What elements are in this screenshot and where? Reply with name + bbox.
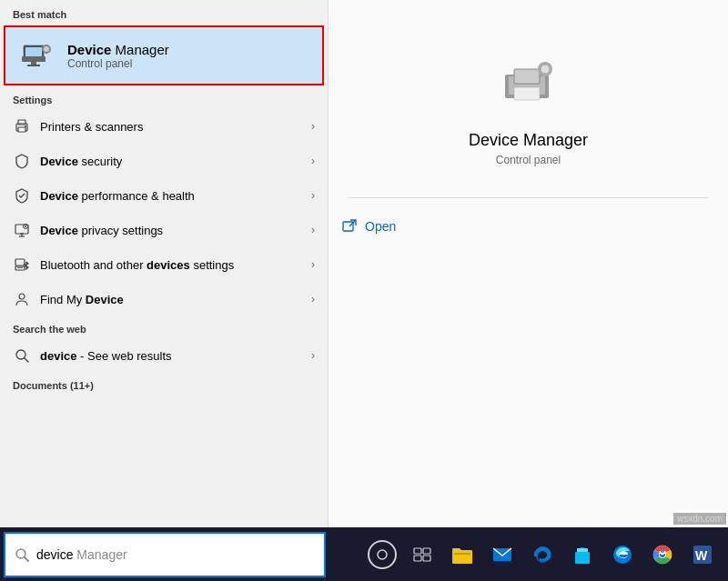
bluetooth-icon — [13, 255, 31, 274]
taskbar: device Manager — [0, 527, 728, 581]
svg-rect-8 — [46, 52, 47, 54]
svg-rect-15 — [15, 225, 28, 234]
detail-subtitle: Control panel — [496, 154, 561, 166]
best-match-title: Device Manager — [67, 42, 169, 57]
menu-item-bluetooth-text: Bluetooth and other devices settings — [40, 258, 311, 272]
svg-point-26 — [19, 294, 25, 299]
svg-rect-47 — [423, 556, 430, 561]
menu-item-find-device-text: Find My Device — [40, 293, 311, 306]
documents-label: Documents (11+) — [0, 373, 328, 395]
svg-rect-9 — [42, 48, 44, 50]
svg-line-42 — [25, 557, 28, 561]
svg-rect-10 — [49, 48, 51, 50]
svg-point-6 — [44, 46, 49, 52]
svg-rect-13 — [18, 127, 25, 132]
svg-rect-31 — [514, 69, 540, 84]
open-button[interactable]: Open — [329, 213, 728, 240]
shield-security-icon — [13, 152, 31, 170]
svg-rect-49 — [454, 553, 470, 555]
search-results-panel: Best match — [0, 0, 328, 527]
search-bar[interactable]: device Manager — [4, 532, 326, 577]
chevron-right-icon-5: › — [311, 258, 315, 271]
svg-rect-4 — [27, 65, 40, 66]
chevron-right-icon-4: › — [311, 224, 315, 236]
cortana-button[interactable] — [364, 536, 400, 573]
monitor-privacy-icon — [13, 221, 31, 239]
svg-point-20 — [25, 225, 26, 227]
printer-icon — [13, 117, 31, 135]
chevron-right-icon-6: › — [311, 293, 315, 306]
menu-item-printers[interactable]: Printers & scanners › — [0, 109, 328, 144]
detail-divider — [349, 197, 708, 198]
person-icon — [13, 290, 31, 308]
best-match-title-bold: Device — [67, 42, 111, 57]
svg-rect-45 — [423, 548, 430, 554]
svg-point-14 — [25, 125, 26, 127]
svg-rect-35 — [544, 63, 546, 65]
svg-rect-7 — [46, 45, 47, 46]
menu-item-find-my-device[interactable]: Find My Device › — [0, 282, 328, 316]
chrome-button[interactable] — [644, 536, 681, 573]
svg-rect-38 — [549, 68, 551, 70]
search-bar-icon — [15, 547, 29, 562]
menu-item-device-security[interactable]: Device security › — [0, 144, 328, 178]
best-match-item[interactable]: Device Manager Control panel — [4, 25, 324, 85]
svg-point-34 — [541, 65, 549, 74]
chevron-right-icon: › — [311, 120, 315, 133]
cortana-circle — [368, 540, 397, 569]
svg-rect-44 — [414, 548, 421, 554]
best-match-text: Device Manager Control panel — [67, 42, 169, 70]
svg-rect-2 — [22, 56, 46, 62]
menu-item-bluetooth[interactable]: Bluetooth and other devices settings › — [0, 247, 328, 282]
search-typed-text: device Manager — [36, 547, 127, 562]
svg-rect-22 — [15, 266, 25, 270]
menu-item-device-privacy[interactable]: Device privacy settings › — [0, 213, 328, 247]
menu-item-web-search[interactable]: device - See web results › — [0, 338, 328, 373]
store-button[interactable] — [564, 536, 601, 573]
chevron-right-icon-3: › — [311, 189, 315, 202]
open-label: Open — [365, 219, 396, 234]
svg-rect-37 — [539, 68, 541, 70]
svg-line-28 — [25, 358, 28, 362]
svg-point-60 — [661, 549, 664, 553]
best-match-label: Best match — [0, 0, 328, 24]
menu-item-device-security-text: Device security — [40, 155, 311, 168]
best-match-title-rest: Manager — [111, 42, 168, 57]
svg-rect-36 — [544, 73, 546, 75]
taskbar-icons-group: W — [337, 527, 728, 581]
svg-rect-48 — [452, 550, 472, 564]
task-view-button[interactable] — [404, 536, 440, 573]
file-explorer-button[interactable] — [444, 536, 480, 573]
detail-panel: Device Manager Control panel Open — [328, 0, 728, 527]
device-manager-icon — [18, 36, 56, 75]
svg-text:W: W — [695, 548, 708, 563]
edge-chromium-button[interactable] — [604, 536, 641, 573]
svg-rect-52 — [577, 548, 588, 552]
chevron-right-icon-2: › — [311, 155, 315, 167]
menu-item-printers-text: Printers & scanners — [40, 120, 311, 134]
best-match-subtitle: Control panel — [67, 57, 169, 70]
svg-rect-51 — [575, 552, 590, 564]
detail-device-manager-icon — [492, 45, 565, 118]
svg-rect-39 — [343, 222, 353, 231]
svg-rect-46 — [414, 556, 421, 561]
search-placeholder: Manager — [73, 547, 126, 562]
svg-rect-21 — [15, 259, 25, 265]
search-input-value: device — [36, 547, 73, 562]
detail-title: Device Manager — [469, 131, 588, 150]
svg-point-43 — [378, 550, 387, 559]
search-web-icon — [13, 346, 31, 365]
mail-button[interactable] — [484, 536, 521, 573]
menu-item-device-privacy-text: Device privacy settings — [40, 224, 311, 237]
svg-rect-32 — [514, 87, 540, 100]
watermark: wsxdn.com — [673, 513, 726, 525]
web-search-label: Search the web — [0, 316, 328, 338]
word-button[interactable]: W — [684, 536, 721, 573]
edge-legacy-button[interactable] — [524, 536, 561, 573]
menu-item-device-health[interactable]: Device performance & health › — [0, 178, 328, 213]
menu-item-device-health-text: Device performance & health — [40, 189, 311, 203]
menu-item-web-text: device - See web results — [40, 349, 311, 363]
settings-section-label: Settings — [0, 87, 328, 109]
main-container: Best match — [0, 0, 728, 527]
shield-health-icon — [13, 186, 31, 205]
